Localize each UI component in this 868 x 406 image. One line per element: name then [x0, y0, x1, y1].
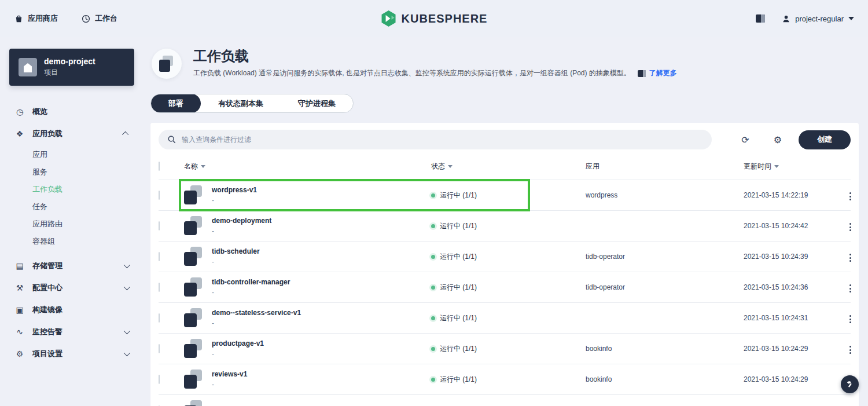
row-checkbox[interactable]: [159, 375, 160, 384]
sidebar-item-app-workloads[interactable]: ❖ 应用负载: [9, 123, 134, 145]
column-settings-icon[interactable]: ⚙: [772, 134, 784, 145]
app-cell: wordpress: [586, 191, 617, 199]
sort-caret-icon: [201, 165, 205, 168]
sidebar-item-image-builder[interactable]: ▣ 构建镜像: [9, 299, 134, 321]
status-dot-icon: [431, 224, 435, 228]
time-cell: 2021-03-15 14:22:19: [744, 191, 808, 199]
create-button[interactable]: 创建: [799, 130, 851, 149]
sort-caret-icon: [774, 165, 779, 168]
workload-icon: [184, 247, 204, 266]
user-menu[interactable]: project-regular: [781, 14, 854, 23]
workload-name-link[interactable]: demo--stateless-service-v1: [212, 309, 301, 317]
row-actions-menu-icon[interactable]: [845, 343, 856, 356]
row-checkbox[interactable]: [159, 252, 160, 261]
page-title: 工作负载: [193, 49, 677, 64]
tab-守护进程集[interactable]: 守护进程集: [281, 94, 353, 113]
sidebar-item-project-settings[interactable]: ⚙ 项目设置: [9, 343, 134, 365]
tab-有状态副本集[interactable]: 有状态副本集: [201, 94, 281, 113]
table-row[interactable]: productpage-v1 - 运行中 (1/1) bookinfo 2021…: [159, 333, 851, 364]
table-row[interactable]: wordpress-v1 - 运行中 (1/1) wordpress 2021-…: [159, 180, 851, 210]
status-dot-icon: [431, 255, 435, 259]
table-row[interactable]: reviews-v1 - 运行中 (1/1) bookinfo 2021-03-…: [159, 364, 851, 394]
workload-page-icon: [152, 49, 182, 79]
sidebar-subitem[interactable]: 服务: [9, 163, 134, 181]
time-cell: 2021-03-15 10:24:42: [744, 222, 808, 230]
table-row[interactable]: demo--stateless-service-v1 - 运行中 (1/1) 2…: [159, 302, 851, 333]
row-checkbox[interactable]: [159, 313, 160, 323]
sidebar-subitem[interactable]: 应用: [9, 146, 134, 163]
row-checkbox[interactable]: [159, 221, 160, 231]
monitoring-icon: ∿: [15, 327, 24, 336]
row-actions-menu-icon[interactable]: [845, 282, 856, 295]
sort-caret-icon: [448, 165, 453, 168]
row-checkbox[interactable]: [159, 191, 160, 200]
table-header-row: 名称 状态 应用 更新时间: [159, 153, 851, 180]
sidebar-item-label: 配置中心: [32, 283, 62, 293]
table-row[interactable]: tidb-scheduler - 运行中 (1/1) tidb-operator…: [159, 241, 851, 272]
status-dot-icon: [431, 193, 435, 197]
sidebar-item-overview[interactable]: ◷ 概览: [9, 101, 134, 123]
learn-more-link[interactable]: 了解更多: [649, 68, 677, 78]
table-row[interactable]: ratings-v1: [159, 394, 851, 406]
sidebar-subitem[interactable]: 应用路由: [9, 215, 134, 233]
kubesphere-logo[interactable]: KUBESPHERE: [381, 0, 488, 37]
nav-workbench[interactable]: 工作台: [81, 13, 117, 24]
workload-name-link[interactable]: demo-deployment: [212, 217, 271, 225]
sidebar-subitem[interactable]: 容器组: [9, 233, 134, 250]
chevron-down-icon: [124, 284, 130, 290]
refresh-icon[interactable]: ⟳: [740, 134, 751, 145]
row-actions-menu-icon[interactable]: [845, 251, 856, 264]
user-caret-icon: [848, 17, 854, 20]
app-cell: bookinfo: [586, 375, 612, 383]
nav-app-store[interactable]: 应用商店: [14, 13, 58, 24]
workload-name-link[interactable]: tidb-controller-manager: [212, 278, 290, 286]
project-icon: [19, 58, 37, 76]
workload-name-link[interactable]: productpage-v1: [212, 339, 264, 348]
row-actions-menu-icon[interactable]: [845, 221, 856, 233]
nav-app-store-label: 应用商店: [28, 13, 58, 24]
chevron-down-icon: [124, 350, 130, 356]
workload-name-link[interactable]: tidb-scheduler: [212, 247, 260, 255]
sidebar-item-config-center[interactable]: ⚒ 配置中心: [9, 277, 134, 299]
header-time[interactable]: 更新时间: [744, 162, 838, 171]
workload-name-link[interactable]: reviews-v1: [212, 370, 247, 378]
top-header: 应用商店 工作台 KUBESPHERE project-regular: [0, 0, 868, 37]
workload-icon: [184, 370, 204, 389]
sidebar: demo-project 项目 ◷ 概览 ❖ 应用负载 应用服务工作负载任务应用…: [0, 37, 144, 406]
time-cell: 2021-03-15 10:24:39: [744, 253, 808, 261]
workload-icon: [184, 277, 204, 297]
project-selector[interactable]: demo-project 项目: [9, 49, 134, 86]
header-status[interactable]: 状态: [431, 162, 586, 171]
table-row[interactable]: tidb-controller-manager - 运行中 (1/1) tidb…: [159, 272, 851, 302]
sidebar-item-monitoring[interactable]: ∿ 监控告警: [9, 321, 134, 343]
chevron-down-icon: [124, 328, 130, 334]
time-cell: 2021-03-15 10:24:29: [744, 345, 808, 353]
row-actions-menu-icon[interactable]: [845, 313, 856, 325]
row-checkbox[interactable]: [159, 283, 160, 292]
hammer-icon: [845, 380, 854, 389]
app-cell: tidb-operator: [586, 283, 625, 291]
status-badge: 运行中 (1/1): [431, 283, 586, 292]
sidebar-subitem[interactable]: 工作负载: [9, 181, 134, 198]
select-all-checkbox[interactable]: [159, 162, 160, 171]
row-actions-menu-icon[interactable]: [845, 190, 856, 203]
search-input[interactable]: [182, 136, 703, 144]
docs-icon: [638, 70, 646, 77]
search-box[interactable]: [159, 130, 712, 149]
toolbox-fab[interactable]: [841, 375, 859, 393]
workload-name-link[interactable]: wordpress-v1: [212, 186, 257, 194]
time-cell: 2021-03-15 10:24:29: [744, 375, 808, 383]
header-name[interactable]: 名称: [184, 162, 431, 171]
table-row[interactable]: demo-deployment - 运行中 (1/1) 2021-03-15 1…: [159, 210, 851, 241]
page-description: 工作负载 (Workload) 通常是访问服务的实际载体, 也是对节点日志收集、…: [193, 68, 631, 78]
sidebar-subitem[interactable]: 任务: [9, 198, 134, 215]
console-panel-icon[interactable]: [756, 14, 765, 23]
sidebar-item-storage[interactable]: ▤ 存储管理: [9, 255, 134, 277]
row-checkbox[interactable]: [159, 344, 160, 353]
kubesphere-logo-icon: [381, 10, 397, 27]
status-badge: 运行中 (1/1): [431, 313, 586, 323]
workbench-icon: [81, 14, 90, 23]
tab-部署[interactable]: 部署: [151, 94, 201, 113]
workload-type-tabs: 部署有状态副本集守护进程集: [150, 94, 354, 113]
project-name: demo-project: [44, 57, 95, 66]
